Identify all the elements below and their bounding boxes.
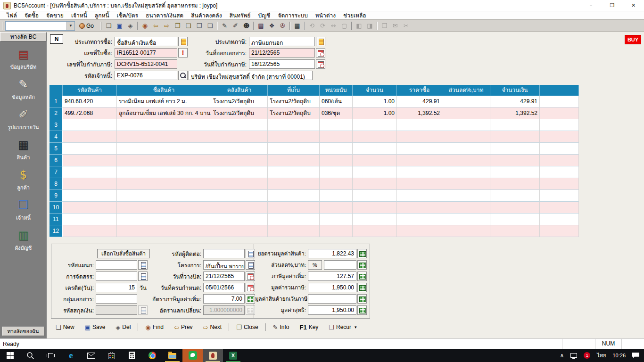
table-row-11[interactable]: 11 (50, 214, 579, 225)
go-button[interactable]: Go (77, 21, 98, 31)
cell-discount[interactable] (442, 107, 490, 119)
cell-unit[interactable] (320, 119, 353, 131)
cell-blank[interactable] (540, 155, 579, 166)
cell-code[interactable] (63, 214, 117, 225)
menu-item-12[interactable]: ช่วยเหลือ (339, 10, 370, 20)
cell-name[interactable] (117, 131, 211, 143)
cell-discount[interactable] (442, 155, 490, 166)
table-row-7[interactable]: 7 (50, 166, 579, 178)
cell-qty[interactable] (353, 225, 397, 237)
print-icon[interactable]: ▦ (292, 21, 303, 31)
cell-unit[interactable] (320, 131, 353, 143)
cell-location[interactable] (268, 131, 320, 143)
column-header-0[interactable] (50, 85, 63, 96)
cell-price[interactable] (397, 131, 442, 143)
table-row-10[interactable]: 10 (50, 202, 579, 214)
cell-warehouse[interactable]: โรงงาน2/วัตถุดิบ (211, 107, 268, 119)
tax-invoice-no-input[interactable]: DCRV15-6512-0041 (115, 59, 177, 69)
delete-icon[interactable]: ◈ (125, 21, 136, 31)
doc-date-input[interactable]: 21/12/2565 (249, 48, 315, 58)
doc-lookup-icon[interactable] (246, 260, 255, 270)
cell-amount[interactable] (490, 143, 540, 155)
cell-code[interactable] (63, 155, 117, 166)
table-row-2[interactable]: 2499.72.068ลูกล้อบานเขี่ยม เอฟเล่ย์ 30 ก… (50, 107, 579, 119)
cell-unit[interactable]: 036/ชุด (320, 107, 353, 119)
calculator-icon[interactable] (357, 294, 367, 304)
cell-name[interactable] (117, 202, 211, 214)
cell-name[interactable] (117, 143, 211, 155)
new-button[interactable]: ❏New (51, 322, 79, 332)
language-indicator[interactable]: ไทย (597, 351, 606, 360)
new-document-icon[interactable]: ❏ (103, 21, 114, 31)
close-window-icon[interactable]: ❐ (172, 21, 183, 31)
combobox-value[interactable] (6, 22, 66, 30)
minimize-button[interactable]: – (580, 0, 602, 11)
sidebar-item-customers[interactable]: $ลูกค้า (0, 167, 47, 196)
cell-qty[interactable] (353, 131, 397, 143)
cell-discount[interactable] (442, 166, 490, 178)
buy-button[interactable]: BUY (625, 35, 641, 44)
tax-type-input[interactable]: ภาษีแยกนอก (249, 37, 315, 46)
table-row-8[interactable]: 8 (50, 178, 579, 190)
cell-qty[interactable] (353, 143, 397, 155)
taskbar-file-explorer-button[interactable] (162, 349, 182, 362)
cell-amount[interactable] (490, 190, 540, 202)
f1-key-button[interactable]: F1Key (295, 322, 323, 332)
table-row-12[interactable]: 12 (50, 225, 579, 237)
find-button[interactable]: ◉Find (140, 322, 168, 332)
cell-blank[interactable] (540, 131, 579, 143)
cell-price[interactable] (397, 143, 442, 155)
cell-blank[interactable] (540, 143, 579, 155)
tray-expand-chevron-icon[interactable]: ∧ (560, 352, 564, 359)
cell-price[interactable] (397, 214, 442, 225)
calendar-icon[interactable] (316, 48, 325, 58)
clipboard-icon[interactable]: ✇ (277, 21, 288, 31)
taskbar-mail-button[interactable] (81, 349, 101, 362)
del-button[interactable]: ◈Del (111, 322, 135, 332)
sidebar-item-chart-of-accounts[interactable]: ▥ผังบัญชี (0, 227, 47, 256)
quick-search-combobox[interactable]: ▼ (5, 21, 75, 31)
cell-blank[interactable] (540, 119, 579, 131)
cell-warehouse[interactable] (211, 131, 268, 143)
vat-amount-input[interactable]: 127.57 (308, 272, 356, 281)
tax-invoice-date-input[interactable]: 16/12/2565 (249, 59, 315, 69)
cell-code[interactable]: 499.72.068 (63, 107, 117, 119)
cell-qty[interactable]: 1.00 (353, 96, 397, 107)
cell-location[interactable] (268, 214, 320, 225)
cell-unit[interactable] (320, 202, 353, 214)
taskbar-store-button[interactable] (101, 349, 122, 362)
cell-qty[interactable] (353, 119, 397, 131)
cell-discount[interactable] (442, 202, 490, 214)
cell-qty[interactable] (353, 178, 397, 190)
lookup-doc-icon[interactable] (178, 37, 188, 46)
cell-price[interactable] (397, 155, 442, 166)
sidebar-item-company-info[interactable]: ▤ข้อมูลบริษัท (0, 46, 47, 75)
menu-item-5[interactable]: เช็ค/บัตร (113, 10, 142, 20)
cell-blank[interactable] (540, 202, 579, 214)
close-all-icon[interactable]: ❑ (183, 21, 194, 31)
edit-pen-icon[interactable]: ✎ (219, 21, 230, 31)
cell-location[interactable] (268, 143, 320, 155)
cell-qty[interactable] (353, 190, 397, 202)
calendar-icon[interactable] (246, 272, 255, 281)
sidebar-item-master-data[interactable]: ✎ข้อมูลหลัก (0, 76, 47, 106)
billing-date-input[interactable]: 21/12/2565 (203, 272, 245, 281)
cell-qty[interactable] (353, 214, 397, 225)
cell-price[interactable]: 429.91 (397, 96, 442, 107)
credit-days-input[interactable]: 15 (96, 283, 137, 292)
cell-name[interactable] (117, 214, 211, 225)
cell-code[interactable] (63, 202, 117, 214)
taskbar-line-button[interactable] (182, 349, 203, 362)
select-purchase-order-button[interactable]: เลือกใบสั่งซื้อสินค้า (97, 249, 150, 258)
cell-blank[interactable] (540, 107, 579, 119)
cell-unit[interactable]: 060/เส้น (320, 96, 353, 107)
cell-name[interactable]: รางมิเนียม เอฟเล่ย์ ยาว 2 ม. (117, 96, 211, 107)
taskbar-edge-button[interactable]: e (61, 349, 81, 362)
menu-item-2[interactable]: จัดขาย (42, 10, 67, 20)
taskbar-chrome-button[interactable] (142, 349, 162, 362)
cell-discount[interactable] (442, 178, 490, 190)
cell-qty[interactable] (353, 202, 397, 214)
total-with-vat-input[interactable]: 1,950.00 (308, 283, 356, 292)
cell-price[interactable]: 1,392.52 (397, 107, 442, 119)
action-center-icon[interactable] (632, 353, 639, 358)
